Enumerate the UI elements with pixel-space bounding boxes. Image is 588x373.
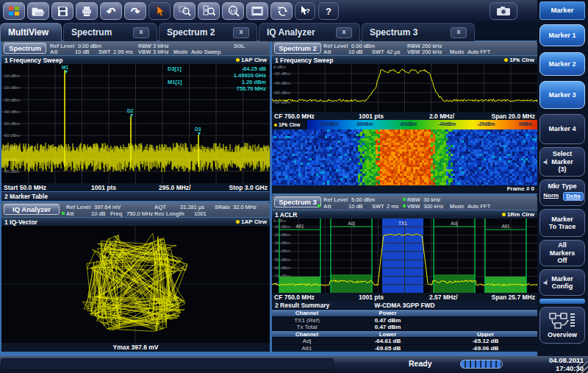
trace-dot-icon: [274, 124, 277, 127]
softkey-marker3[interactable]: Marker 3: [539, 81, 585, 109]
zoom-multi-button[interactable]: [198, 2, 220, 20]
center-freq: CF 750.0 MHz: [274, 113, 315, 120]
spectrum2-window-title: 1 Frequency Sweep 1Pk Clrw: [272, 55, 537, 64]
zoom-area-button[interactable]: [173, 2, 196, 20]
print-button[interactable]: [76, 2, 98, 20]
redo-button[interactable]: ↷: [124, 2, 146, 20]
spectrum3-window-title: 1 ACLR 1Rm Clrw: [272, 210, 537, 219]
spectrum1-app-button[interactable]: Spectrum: [4, 43, 46, 54]
svg-text:-10 dBm: -10 dBm: [273, 224, 290, 229]
softkey-marker4[interactable]: Marker 4: [539, 114, 585, 144]
help-button[interactable]: ?: [318, 2, 339, 20]
mkr-type-toggle: Norm Delta: [541, 192, 583, 202]
tab-multiview[interactable]: MultiView: [0, 23, 62, 41]
svg-text:-40 dBm: -40 dBm: [273, 81, 290, 85]
save-button[interactable]: [51, 2, 74, 20]
softkey-label: Marker Config: [551, 275, 573, 291]
overview-icon: [549, 312, 576, 330]
spectrum2-trace-svg: 0 dBm-20 dBm-40 dBm-60 dBm-80 dBm: [272, 64, 537, 112]
softkey-marker-to-trace[interactable]: Marker To Trace: [539, 209, 585, 237]
tab-spectrum[interactable]: Spectrumx: [63, 23, 157, 41]
aclr-trace-svg: 0 dBm-10 dBm-20 dBm-30 dBm-40 dBm-50 dBm…: [272, 219, 537, 293]
sync-s-icon: S: [276, 5, 288, 17]
status-bar: Ready 04.08.2011 17:40:30: [0, 356, 588, 373]
ready-status: Ready: [409, 359, 432, 368]
mkr-type-delta[interactable]: Delta: [563, 192, 584, 202]
spectrogram-plot[interactable]: [272, 129, 537, 185]
spectrum1-window[interactable]: Spectrum Ref Level 0.00 dBm RBW 3 MHz SG…: [1, 41, 270, 191]
ymax-value: Ymax 397.6 mV: [1, 344, 270, 351]
softkey-all-markers-off[interactable]: All Markers Off: [539, 240, 585, 266]
sgl-label: SGL: [234, 43, 245, 49]
marker-table-window[interactable]: 2 Marker Table: [1, 192, 270, 201]
softkey-select-marker[interactable]: ◀▏Select Marker (3): [539, 147, 585, 177]
iq-vector-plot[interactable]: [1, 226, 270, 343]
softkey-label: Marker 3: [548, 91, 576, 99]
tab-label: Spectrum 3: [370, 27, 417, 38]
att-value: 10 dB: [348, 203, 363, 210]
context-help-button[interactable]: ?: [295, 2, 315, 20]
softkey-marker2[interactable]: Marker 2: [539, 52, 585, 76]
tab-spectrum2[interactable]: Spectrum 2x: [159, 23, 257, 41]
progress-bar: [460, 360, 503, 369]
select-pointer-button[interactable]: [148, 2, 171, 20]
window-title-text: 1 Frequency Sweep: [4, 57, 62, 64]
tab-close-button[interactable]: x: [336, 27, 352, 38]
vbw-value: 300 kHz: [423, 203, 444, 210]
colorbar-tick-label: 0dBm: [519, 121, 532, 127]
tab-close-button[interactable]: x: [233, 27, 249, 38]
print-icon: [81, 6, 93, 17]
freq-label: Freq: [110, 210, 122, 217]
iq-vector-svg: [1, 226, 270, 343]
table-row: Alt1 -69.65 dB -69.06 dB: [272, 344, 537, 352]
aqt-label: AQT: [154, 204, 166, 210]
tab-spectrum3[interactable]: Spectrum 3x: [362, 23, 475, 41]
tab-close-button[interactable]: x: [133, 27, 149, 38]
mode-label: Mode: [450, 49, 465, 55]
table-row: TX1 (Ref) 0.47 dBm: [272, 316, 537, 324]
svg-text:-50 dBm: -50 dBm: [3, 121, 20, 126]
windows-logo-button[interactable]: [3, 2, 25, 20]
iq-analyzer-window[interactable]: IQ Analyzer Ref Level 397.64 mV AQT 31.2…: [1, 202, 270, 352]
swt-value: 2 ms: [387, 203, 398, 210]
open-button[interactable]: [27, 2, 49, 20]
trace-label: 1Pk Clrw: [279, 122, 301, 127]
svg-text:-40 dBm: -40 dBm: [273, 249, 290, 253]
marker-table-title: 2 Marker Table: [4, 193, 48, 200]
camera-button[interactable]: [490, 2, 517, 20]
tab-iq-analyzer[interactable]: IQ Analyzerx: [259, 23, 360, 41]
sync-button[interactable]: S: [270, 2, 293, 20]
spectrum2-app-button[interactable]: Spectrum 2: [274, 43, 321, 54]
softkey-label: Mkr Type: [548, 182, 577, 191]
spectrum2-plot[interactable]: 0 dBm-20 dBm-40 dBm-60 dBm-80 dBm: [272, 64, 537, 112]
spectrum2-window[interactable]: Spectrum 2 Ref Level 0.00 dBm RBW 200 kH…: [272, 41, 537, 193]
softkey-marker1[interactable]: Marker 1: [539, 24, 585, 46]
softkey-overview[interactable]: Overview: [539, 307, 585, 344]
display-setup-button[interactable]: [246, 2, 268, 20]
result-summary-table: Channel Power TX1 (Ref) 0.47 dBm Tx Tota…: [272, 309, 537, 351]
att-status-dot: [62, 212, 65, 215]
colorbar-tick-label: -100dBm: [319, 121, 339, 127]
softkey-menu-title: Marker: [539, 1, 585, 20]
colorbar-tick-label: -80dBm: [356, 121, 373, 127]
cell-upper: -69.06 dB: [434, 345, 537, 352]
spectrum3-app-button[interactable]: Spectrum 3: [274, 196, 321, 207]
mkr-type-norm[interactable]: Norm: [541, 192, 561, 202]
colorbar-gradient: -100dBm-80dBm-60dBm-40dBm-20dBm0dBm: [307, 120, 537, 129]
spectrogram-colorbar: 1Pk Clrw -100dBm-80dBm-60dBm-40dBm-20dBm…: [272, 120, 537, 129]
aclr-plot[interactable]: 0 dBm-10 dBm-20 dBm-30 dBm-40 dBm-50 dBm…: [272, 219, 537, 293]
spectrum1-plot[interactable]: -10 dBm-20 dBm-30 dBm-40 dBm-50 dBm-60 d…: [1, 64, 270, 183]
trace-dot-icon: [502, 213, 506, 216]
iq-app-button[interactable]: IQ Analyzer: [4, 204, 60, 215]
swt-label: SWT: [372, 49, 384, 55]
trace-legend: 1Pk Clrw: [504, 57, 534, 63]
tab-close-button[interactable]: x: [451, 27, 467, 38]
undo-button[interactable]: ↶: [100, 2, 122, 20]
spectrogram-canvas: [272, 129, 537, 185]
softkey-mkr-type[interactable]: Mkr Type Norm Delta: [539, 180, 585, 206]
softkey-marker-config[interactable]: ◀▏Marker Config: [539, 269, 585, 296]
analyzer-screen: ↶ ↷ 1:1 S ? ? MultiView Spectrumx Spe: [0, 0, 588, 373]
spectrum3-window[interactable]: Spectrum 3 Ref Level 5.00 dBm RBW 30 kHz…: [272, 195, 537, 352]
zoom-1to1-button[interactable]: 1:1: [222, 2, 244, 20]
mode-value: Auto Sweep: [191, 49, 220, 55]
